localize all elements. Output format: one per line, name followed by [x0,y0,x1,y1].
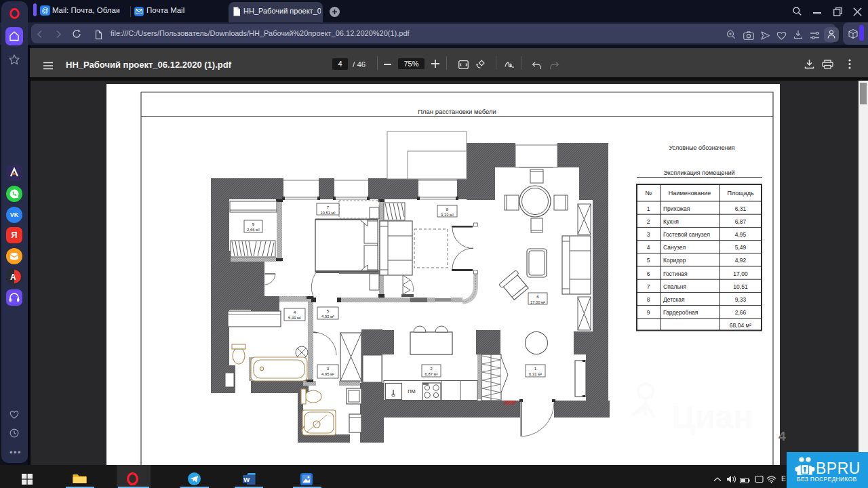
svg-text:A: A [10,272,16,282]
svg-text:5,49: 5,49 [735,244,747,251]
svg-text:4: 4 [647,244,650,251]
svg-text:17,00: 17,00 [733,270,748,277]
svg-text:8: 8 [446,207,449,211]
svg-text:№: № [645,190,652,197]
svg-text:4,95 м²: 4,95 м² [321,372,334,376]
svg-text:Гардеробная: Гардеробная [663,309,698,316]
svg-text:Гостевой санузел: Гостевой санузел [663,231,710,238]
svg-text:Площадь: Площадь [727,190,753,197]
svg-text:Наименование: Наименование [669,190,711,197]
svg-text:ПМ: ПМ [408,388,416,394]
svg-text:9: 9 [252,222,255,226]
svg-text:10,51: 10,51 [733,283,748,290]
svg-text:5: 5 [327,308,330,313]
svg-text:6: 6 [647,270,650,277]
svg-text:17,00 м²: 17,00 м² [530,300,545,304]
svg-text:1: 1 [647,205,650,212]
svg-text:Циан: Циан [671,399,753,435]
svg-text:2,66 м²: 2,66 м² [247,228,260,232]
svg-text:9,33 м²: 9,33 м² [441,213,454,217]
svg-text:2: 2 [647,218,650,225]
svg-text:Спальня: Спальня [663,283,687,290]
svg-text:9: 9 [647,309,650,316]
svg-text:Гостиная: Гостиная [663,270,688,277]
svg-text:9,33: 9,33 [735,296,747,303]
svg-text:5,49 м²: 5,49 м² [288,316,301,320]
svg-text:Экспликация помещений: Экспликация помещений [663,169,734,176]
svg-text:2,66: 2,66 [735,309,747,316]
svg-text:4,92: 4,92 [735,257,747,264]
svg-text:6,87 м²: 6,87 м² [425,372,438,376]
svg-text:5: 5 [647,257,650,264]
svg-text:План расстановки мебели: План расстановки мебели [418,108,496,115]
svg-text:Санузел: Санузел [663,244,686,251]
svg-text:Условные обозначения: Условные обозначения [669,144,734,151]
svg-text:2: 2 [430,366,433,371]
svg-text:10,51 м²: 10,51 м² [320,211,335,215]
svg-text:8: 8 [647,296,650,303]
svg-text:6: 6 [536,294,539,299]
svg-text:W: W [243,476,250,483]
svg-text:6,87: 6,87 [735,218,747,225]
svg-text:4,95: 4,95 [735,231,747,238]
svg-text:68,04 м²: 68,04 м² [730,322,751,329]
svg-text:4: 4 [294,310,296,314]
svg-text:Кухня: Кухня [663,218,679,225]
svg-text:Коридор: Коридор [663,257,686,264]
svg-text:Детская: Детская [663,296,685,303]
svg-text:7: 7 [647,283,650,290]
svg-text:Прихожая: Прихожая [663,205,690,212]
svg-text:7: 7 [327,205,330,209]
svg-text:3: 3 [647,231,650,238]
svg-text:4,92 м²: 4,92 м² [321,314,334,319]
svg-text:1: 1 [534,366,537,371]
svg-text:6,31 м²: 6,31 м² [529,372,542,376]
svg-text:3: 3 [327,366,330,371]
svg-text:6,31: 6,31 [735,205,747,212]
